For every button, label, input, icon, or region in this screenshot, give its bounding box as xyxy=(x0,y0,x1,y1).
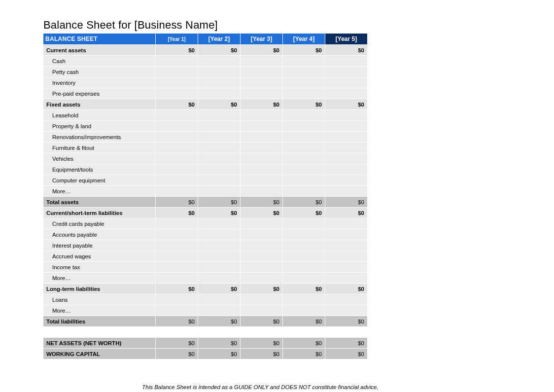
row-label: Vehicles xyxy=(43,153,156,164)
row-label: Total liabilities xyxy=(43,316,156,327)
row-value xyxy=(283,121,325,132)
row-value: $0 xyxy=(156,197,198,208)
line-item: Furniture & fitout xyxy=(43,143,368,153)
row-value xyxy=(325,186,368,197)
line-item: Cash xyxy=(43,56,368,67)
row-value xyxy=(241,273,283,284)
row-value: $0 xyxy=(156,208,198,218)
row-label: Equipment/tools xyxy=(43,164,156,175)
row-value xyxy=(198,143,241,153)
row-label: Property & land xyxy=(43,121,156,132)
row-label: Credit cards payable xyxy=(43,218,156,229)
line-item: Equipment/tools xyxy=(43,164,368,175)
row-value: $0 xyxy=(325,208,368,218)
row-label: Furniture & fitout xyxy=(43,143,156,153)
total-liabilities-row: Total liabilities$0$0$0$0$0 xyxy=(43,316,368,327)
row-value xyxy=(198,273,241,284)
row-value: $0 xyxy=(325,338,368,349)
row-value xyxy=(198,251,241,262)
row-value xyxy=(325,132,368,143)
row-value xyxy=(156,273,198,284)
current-liabilities-row: Current/short-term liabilities$0$0$0$0$0 xyxy=(43,208,368,218)
row-value xyxy=(283,305,325,316)
row-value xyxy=(283,143,325,153)
disclaimer: This Balance Sheet is intended as a GUID… xyxy=(43,383,477,392)
row-value xyxy=(283,294,325,305)
current-assets-row: Current assets$0$0$0$0$0 xyxy=(43,45,368,56)
total-assets-row: Total assets$0$0$0$0$0 xyxy=(43,197,368,208)
row-value: $0 xyxy=(283,284,325,294)
row-label: Income tax xyxy=(43,262,156,273)
line-item: Pre-paid expenses xyxy=(43,88,368,99)
row-value xyxy=(241,186,283,197)
row-value xyxy=(156,305,198,316)
working-capital-row: WORKING CAPITAL$0$0$0$0$0 xyxy=(43,349,368,359)
row-value: $0 xyxy=(241,197,283,208)
header-year-4: [Year 4] xyxy=(283,34,325,45)
row-value xyxy=(325,218,368,229)
row-value xyxy=(156,110,198,121)
row-value xyxy=(325,229,368,240)
line-item: Inventory xyxy=(43,77,368,88)
row-value xyxy=(283,153,325,164)
row-value xyxy=(241,121,283,132)
row-value xyxy=(283,262,325,273)
row-value xyxy=(241,56,283,67)
row-value: $0 xyxy=(241,99,283,110)
header-year-1: [Year 1] xyxy=(156,34,198,45)
row-value xyxy=(325,294,368,305)
row-value xyxy=(198,294,241,305)
row-value: $0 xyxy=(198,45,241,56)
disclaimer-line-1: This Balance Sheet is intended as a GUID… xyxy=(142,384,378,390)
line-item: More… xyxy=(43,305,368,316)
row-value xyxy=(198,175,241,186)
row-value: $0 xyxy=(156,349,198,359)
row-value xyxy=(283,56,325,67)
row-value xyxy=(156,251,198,262)
page-title: Balance Sheet for [Business Name] xyxy=(43,19,554,32)
row-value xyxy=(283,186,325,197)
row-value xyxy=(283,229,325,240)
row-value xyxy=(198,132,241,143)
row-value: $0 xyxy=(283,316,325,327)
row-value: $0 xyxy=(198,284,241,294)
row-value xyxy=(198,186,241,197)
row-value xyxy=(198,262,241,273)
row-label: Renovations/improvements xyxy=(43,132,156,143)
row-value xyxy=(325,251,368,262)
row-value xyxy=(283,88,325,99)
row-value: $0 xyxy=(156,284,198,294)
header-year-3: [Year 3] xyxy=(241,34,283,45)
row-value xyxy=(325,164,368,175)
line-item: Leasehold xyxy=(43,110,368,121)
row-label: NET ASSETS (NET WORTH) xyxy=(43,338,156,349)
row-value: $0 xyxy=(241,284,283,294)
row-value xyxy=(198,67,241,77)
row-label: Accrued wages xyxy=(43,251,156,262)
header-year-2: [Year 2] xyxy=(198,34,241,45)
row-value xyxy=(283,132,325,143)
row-value xyxy=(283,218,325,229)
row-value xyxy=(241,143,283,153)
row-value xyxy=(325,305,368,316)
row-value xyxy=(283,67,325,77)
row-value xyxy=(156,229,198,240)
row-value xyxy=(283,164,325,175)
balance-sheet-table: BALANCE SHEET [Year 1] [Year 2] [Year 3]… xyxy=(43,34,368,359)
row-value xyxy=(283,110,325,121)
row-value: $0 xyxy=(283,349,325,359)
row-label: Computer equipment xyxy=(43,175,156,186)
line-item: Renovations/improvements xyxy=(43,132,368,143)
row-value xyxy=(241,305,283,316)
row-value xyxy=(198,229,241,240)
row-value: $0 xyxy=(283,197,325,208)
row-value xyxy=(325,153,368,164)
row-label: More… xyxy=(43,186,156,197)
row-value: $0 xyxy=(156,45,198,56)
row-value: $0 xyxy=(283,208,325,218)
row-label: Current assets xyxy=(43,45,156,56)
row-value xyxy=(325,56,368,67)
row-label: WORKING CAPITAL xyxy=(43,349,156,359)
row-value xyxy=(198,110,241,121)
row-value xyxy=(325,273,368,284)
